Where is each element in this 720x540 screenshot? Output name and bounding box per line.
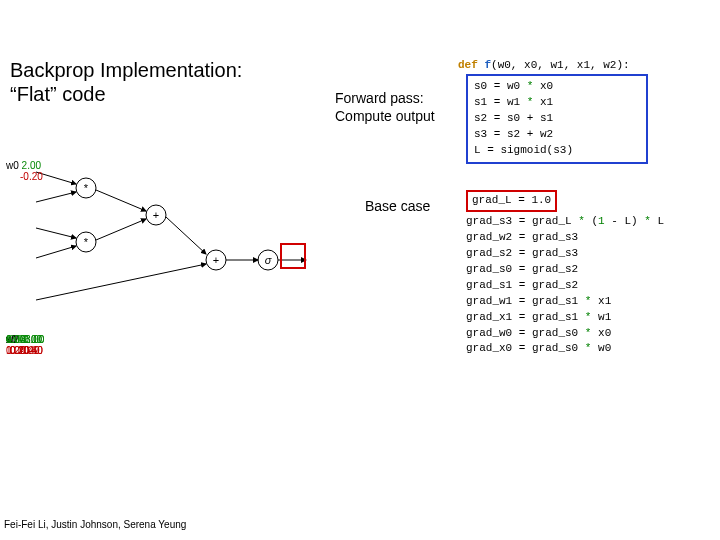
svg-line-11 — [36, 192, 76, 202]
svg-line-12 — [36, 228, 76, 238]
svg-line-13 — [36, 246, 76, 258]
gradient-code-block: grad_L = 1.0 grad_s3 = grad_L * (1 - L) … — [466, 190, 664, 357]
svg-text:+: + — [153, 209, 159, 221]
svg-line-17 — [36, 264, 206, 300]
base-case-label: Base case — [365, 198, 430, 214]
svg-text:*: * — [84, 182, 89, 194]
label-L: 0.731.00 — [6, 334, 25, 356]
slide-footer: Fei-Fei Li, Justin Johnson, Serena Yeung — [4, 519, 186, 530]
title-line1: Backprop Implementation: — [10, 59, 242, 81]
graph-svg: * * + + σ — [6, 160, 316, 330]
code-def-line: def f(w0, x0, w1, x1, w2): — [458, 58, 630, 74]
forward-pass-label: Forward pass: Compute output — [335, 89, 435, 125]
slide-title: Backprop Implementation: “Flat” code — [10, 58, 242, 106]
svg-line-14 — [96, 190, 146, 211]
svg-text:σ: σ — [265, 254, 272, 266]
svg-line-16 — [166, 217, 206, 254]
svg-text:*: * — [84, 236, 89, 248]
title-line2: “Flat” code — [10, 83, 106, 105]
label-w0: w0 2.00 -0.20 — [6, 160, 43, 182]
computational-graph: * * + + σ w0 2.00 -0.20 — [6, 160, 316, 330]
svg-text:+: + — [213, 254, 219, 266]
forward-code-box: s0 = w0 * x0 s1 = w1 * x1 s2 = s0 + s1 s… — [466, 74, 648, 164]
svg-line-15 — [96, 219, 146, 240]
grad-L-highlight: grad_L = 1.0 — [466, 190, 557, 212]
output-highlight-box — [280, 243, 306, 269]
